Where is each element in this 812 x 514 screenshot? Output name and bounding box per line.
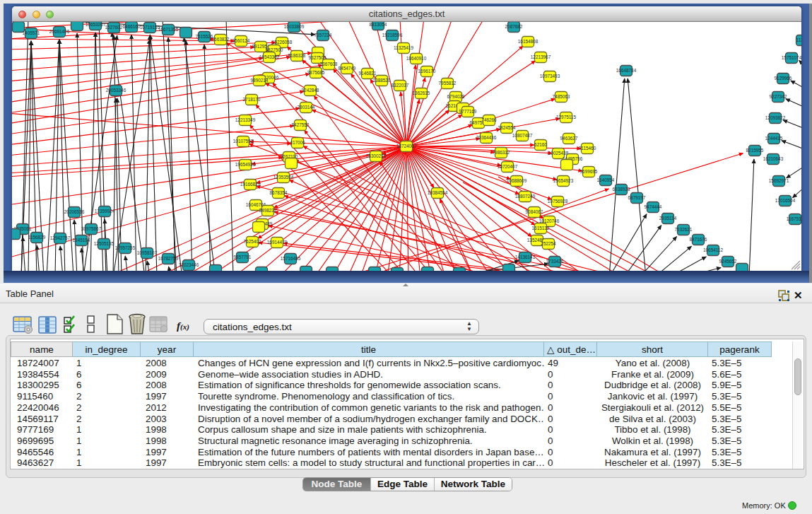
- svg-text:1696170: 1696170: [418, 69, 436, 74]
- svg-text:2718170: 2718170: [243, 97, 261, 102]
- svg-text:3824554: 3824554: [498, 125, 516, 130]
- svg-text:3560124: 3560124: [233, 38, 250, 43]
- svg-text:10958107: 10958107: [137, 250, 158, 255]
- svg-text:3875685: 3875685: [307, 70, 325, 75]
- svg-text:1156829: 1156829: [28, 235, 46, 240]
- svg-text:10973493: 10973493: [540, 74, 560, 78]
- svg-text:9084067: 9084067: [526, 209, 543, 214]
- svg-text:7632621: 7632621: [675, 227, 693, 232]
- svg-text:10654112: 10654112: [703, 247, 723, 252]
- svg-text:9242848: 9242848: [302, 88, 319, 93]
- svg-text:f(x): f(x): [177, 320, 189, 332]
- svg-text:15692971: 15692971: [769, 178, 789, 183]
- svg-text:10025438: 10025438: [548, 151, 569, 156]
- svg-text:17957255: 17957255: [115, 245, 136, 250]
- svg-text:12942757: 12942757: [50, 235, 71, 240]
- svg-text:1388520: 1388520: [373, 78, 391, 83]
- svg-text:7986312: 7986312: [493, 150, 510, 155]
- svg-text:15716485: 15716485: [281, 256, 301, 261]
- svg-text:2087682: 2087682: [505, 24, 523, 29]
- svg-text:16671355: 16671355: [158, 27, 179, 32]
- svg-text:9890214: 9890214: [251, 78, 269, 83]
- svg-text:9474444: 9474444: [645, 204, 662, 209]
- svg-text:12975115: 12975115: [556, 115, 576, 119]
- svg-text:8186328: 8186328: [288, 53, 306, 58]
- svg-text:746266: 746266: [481, 117, 497, 122]
- svg-text:17016504: 17016504: [775, 198, 796, 203]
- svg-text:20053346: 20053346: [106, 88, 126, 93]
- svg-text:12093822: 12093822: [765, 115, 786, 120]
- svg-text:417006: 417006: [290, 140, 305, 145]
- svg-text:2935114: 2935114: [659, 216, 677, 221]
- svg-text:8471676: 8471676: [690, 237, 707, 242]
- svg-text:19654923: 19654923: [553, 178, 574, 183]
- svg-text:10653267: 10653267: [86, 22, 106, 27]
- svg-text:12213967: 12213967: [531, 54, 551, 59]
- svg-text:1405571: 1405571: [23, 30, 40, 35]
- svg-text:8322037: 8322037: [392, 83, 409, 88]
- svg-text:19166829: 19166829: [240, 182, 261, 187]
- svg-text:16648784: 16648784: [616, 68, 637, 73]
- svg-text:7515526: 7515526: [196, 34, 213, 39]
- svg-text:9146821: 9146821: [359, 71, 377, 76]
- svg-text:18640910: 18640910: [406, 56, 427, 61]
- svg-text:17359924: 17359924: [95, 209, 115, 214]
- svg-text:6879197: 6879197: [628, 195, 646, 200]
- svg-text:15751074: 15751074: [782, 55, 801, 60]
- svg-text:30975867: 30975867: [81, 226, 102, 231]
- svg-text:16543362: 16543362: [259, 54, 280, 59]
- svg-text:9463627: 9463627: [560, 136, 578, 141]
- svg-text:19654936: 19654936: [235, 162, 256, 167]
- svg-text:1527602: 1527602: [105, 25, 123, 30]
- svg-text:10807487: 10807487: [512, 133, 533, 138]
- svg-text:8498222: 8498222: [259, 208, 277, 213]
- svg-text:12023446: 12023446: [179, 262, 199, 267]
- svg-text:8678354: 8678354: [270, 190, 288, 195]
- svg-text:2367608: 2367608: [320, 62, 338, 66]
- svg-text:1733426: 1733426: [546, 259, 564, 264]
- svg-text:9227342: 9227342: [770, 94, 787, 99]
- svg-text:62160: 62160: [534, 142, 547, 147]
- svg-text:9245652: 9245652: [719, 259, 737, 264]
- svg-text:7485063: 7485063: [553, 94, 570, 99]
- svg-text:7955812: 7955812: [439, 81, 457, 86]
- svg-text:1640954: 1640954: [597, 177, 615, 182]
- svg-text:1615132: 1615132: [532, 226, 550, 230]
- svg-text:10756928: 10756928: [548, 199, 568, 204]
- svg-text:16782759: 16782759: [158, 256, 179, 261]
- svg-text:6466160: 6466160: [123, 24, 141, 29]
- svg-text:15720407: 15720407: [498, 164, 518, 169]
- svg-text:15226058: 15226058: [272, 40, 293, 45]
- svg-text:25300215: 25300215: [366, 153, 387, 158]
- svg-text:6794028: 6794028: [447, 94, 465, 99]
- svg-text:20206536: 20206536: [64, 209, 85, 214]
- svg-text:10688609: 10688609: [507, 178, 527, 183]
- svg-text:9115460: 9115460: [579, 146, 596, 151]
- svg-text:11325419: 11325419: [394, 45, 413, 50]
- svg-text:9699695: 9699695: [580, 169, 598, 174]
- svg-text:18807249: 18807249: [515, 194, 536, 199]
- svg-text:20691406: 20691406: [49, 29, 70, 34]
- svg-text:12213349: 12213349: [235, 117, 256, 122]
- svg-text:1244415: 1244415: [765, 136, 783, 141]
- svg-text:6938923: 6938923: [613, 187, 630, 192]
- svg-text:8454749: 8454749: [339, 66, 356, 71]
- svg-text:10719155: 10719155: [140, 25, 160, 30]
- svg-text:16210643: 16210643: [763, 156, 784, 161]
- svg-text:14136141: 14136141: [515, 255, 536, 259]
- svg-text:8813054: 8813054: [370, 22, 387, 27]
- svg-text:10107553: 10107553: [233, 139, 254, 144]
- svg-text:9777169: 9777169: [459, 109, 477, 114]
- svg-text:1362615: 1362615: [413, 90, 430, 95]
- svg-text:1167533: 1167533: [787, 216, 801, 221]
- svg-text:7625402: 7625402: [244, 239, 261, 244]
- svg-text:12353594: 12353594: [273, 175, 294, 180]
- svg-text:2803144: 2803144: [298, 105, 315, 110]
- svg-text:8427552: 8427552: [292, 122, 310, 127]
- svg-text:16033809: 16033809: [284, 24, 305, 29]
- svg-text:7357224: 7357224: [314, 33, 332, 37]
- svg-text:16154808: 16154808: [518, 39, 539, 44]
- svg-text:9129966: 9129966: [775, 76, 792, 81]
- svg-text:1345194: 1345194: [73, 238, 90, 243]
- svg-text:252254: 252254: [541, 241, 556, 246]
